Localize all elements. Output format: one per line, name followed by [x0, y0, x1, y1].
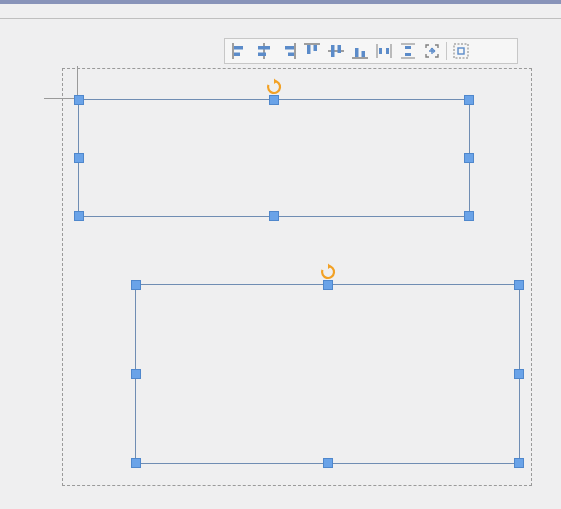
- align-center-h-icon[interactable]: [252, 40, 276, 62]
- svg-rect-4: [258, 46, 270, 50]
- svg-rect-27: [458, 48, 464, 54]
- enter-group-icon[interactable]: [449, 40, 473, 62]
- svg-rect-20: [379, 48, 382, 54]
- resize-handle-bc[interactable]: [269, 211, 279, 221]
- svg-rect-5: [258, 53, 266, 57]
- resize-handle-bl[interactable]: [74, 211, 84, 221]
- svg-rect-25: [405, 53, 411, 56]
- resize-handle-tr[interactable]: [514, 280, 524, 290]
- rotate-handle[interactable]: [265, 78, 283, 96]
- resize-handle-br[interactable]: [464, 211, 474, 221]
- resize-handle-br[interactable]: [514, 458, 524, 468]
- selected-shape[interactable]: [135, 284, 520, 464]
- svg-rect-7: [285, 46, 294, 50]
- svg-rect-21: [386, 48, 389, 54]
- align-left-icon[interactable]: [228, 40, 252, 62]
- svg-rect-14: [338, 45, 342, 53]
- resize-handle-tr[interactable]: [464, 95, 474, 105]
- toolbar-separator: [446, 42, 447, 60]
- resize-handle-bl[interactable]: [131, 458, 141, 468]
- alignment-toolbar: [224, 38, 518, 64]
- resize-handle-tl[interactable]: [131, 280, 141, 290]
- divider: [0, 18, 561, 19]
- resize-handle-ml[interactable]: [131, 369, 141, 379]
- resize-handle-mr[interactable]: [514, 369, 524, 379]
- distribute-h-icon[interactable]: [372, 40, 396, 62]
- match-size-icon[interactable]: [420, 40, 444, 62]
- resize-handle-tc[interactable]: [269, 95, 279, 105]
- resize-handle-ml[interactable]: [74, 153, 84, 163]
- resize-handle-mr[interactable]: [464, 153, 474, 163]
- svg-rect-8: [288, 53, 294, 57]
- align-top-icon[interactable]: [300, 40, 324, 62]
- svg-rect-11: [314, 45, 318, 51]
- window-titlebar-fragment: [0, 0, 561, 4]
- svg-rect-16: [355, 48, 359, 57]
- align-center-v-icon[interactable]: [324, 40, 348, 62]
- svg-rect-26: [454, 44, 468, 58]
- resize-handle-tl[interactable]: [74, 95, 84, 105]
- align-right-icon[interactable]: [276, 40, 300, 62]
- svg-rect-2: [234, 53, 240, 57]
- svg-rect-10: [307, 45, 311, 54]
- align-bottom-icon[interactable]: [348, 40, 372, 62]
- svg-rect-24: [405, 46, 411, 49]
- svg-rect-17: [362, 51, 366, 57]
- rotate-handle[interactable]: [319, 263, 337, 281]
- svg-rect-13: [331, 45, 335, 57]
- resize-handle-tc[interactable]: [323, 280, 333, 290]
- svg-rect-1: [234, 46, 243, 50]
- distribute-v-icon[interactable]: [396, 40, 420, 62]
- resize-handle-bc[interactable]: [323, 458, 333, 468]
- selected-shape[interactable]: [78, 99, 470, 217]
